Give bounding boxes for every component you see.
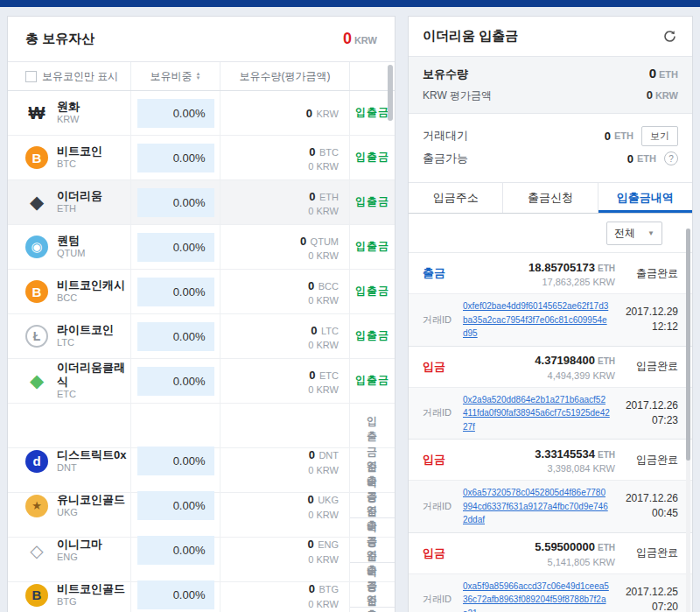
coin-row[interactable]: B 비트코인골드 BTG 0.00% 0 BTG 0 KRW 입출금 준비중	[8, 538, 395, 582]
show-held-only-filter[interactable]: 보유코인만 표시	[8, 62, 130, 90]
history-scrollbar-thumb[interactable]	[686, 229, 690, 461]
deposit-withdraw-link[interactable]: 입출금	[355, 328, 389, 343]
deposit-withdraw-link[interactable]: 입출금	[355, 239, 389, 254]
holding-ratio-input[interactable]: 0.00%	[137, 233, 214, 262]
coin-row[interactable]: M 머큐리 MER 0.00% 0 MER 0 KRW 입출금 준비중	[8, 582, 395, 612]
coin-row[interactable]: ₩ 원화 KRW 0.00% 0 KRW 입출금	[8, 91, 395, 136]
coin-row[interactable]: ◇ 이니그마 ENG 0.00% 0 ENG 0 KRW 입출금 준비중	[8, 493, 395, 538]
btc-icon: B	[25, 146, 48, 169]
total-asset-value: 0KRW	[343, 30, 377, 48]
deposit-withdraw-link[interactable]: 입출금	[355, 284, 389, 299]
txid-label: 거래ID	[423, 500, 463, 513]
show-held-only-checkbox[interactable]	[25, 71, 37, 82]
coin-row[interactable]: ◉ 퀀텀 QTUM 0.00% 0 QTUM 0 KRW 입출금	[8, 225, 395, 270]
amount-cell: 0 BCC 0 KRW	[220, 270, 349, 313]
holding-ratio-input[interactable]: 0.00%	[137, 144, 214, 172]
coin-name: 비트코인	[57, 144, 102, 158]
ratio-cell: 0.00%	[130, 582, 220, 612]
holdings-panel: 총 보유자산 0KRW 보유코인만 표시 보유비중 ▲▼ 보유수량(평가금액) …	[7, 16, 396, 612]
trade-pending-row: 거래대기 0ETH 보기	[423, 124, 678, 147]
amount-cell: 0 LTC 0 KRW	[220, 314, 349, 358]
coin-amount: 0 QTUM	[300, 231, 339, 250]
history-filter-bar: 전체 ▼	[409, 214, 692, 253]
coin-row[interactable]: ◆ 이더리움클래식 ETC 0.00% 0 ETC 0 KRW 입출금	[8, 359, 395, 404]
holding-ratio-input[interactable]: 0.00%	[137, 99, 214, 128]
transaction-id-row: 거래ID 0xa5f9a85966accd37c06e49d1ceea536c7…	[409, 574, 692, 612]
coin-cell: B 비트코인 BTC	[8, 136, 130, 179]
holdings-scrollbar-thumb[interactable]	[388, 65, 393, 121]
deposit-withdraw-link[interactable]: 입출금	[355, 150, 389, 165]
transaction-history-list: 출금 18.85705173ETH 17,863,285 KRW 출금완료 거래…	[409, 253, 692, 612]
txid-link[interactable]: 0xfef02bae4dd9f60145652ae62f17d3ba35a2ca…	[463, 299, 617, 341]
tab-입출금내역[interactable]: 입출금내역	[598, 183, 692, 213]
top-navbar	[0, 0, 700, 7]
eth-wallet-panel: 이더리움 입출금 보유수량 0ETH KRW 평가금액 0KRW	[408, 16, 693, 612]
view-button[interactable]: 보기	[641, 126, 678, 146]
coin-row[interactable]: d 디스트릭트0x DNT 0.00% 0 DNT 0 KRW 입출금 준비중	[8, 404, 395, 448]
tab-입금주소[interactable]: 입금주소	[409, 183, 502, 213]
deposit-withdraw-link[interactable]: 입출금	[355, 373, 389, 388]
holding-ratio-input[interactable]: 0.00%	[137, 278, 214, 306]
coin-symbol: LTC	[57, 337, 114, 349]
coin-krw-value: 0 KRW	[308, 160, 339, 173]
ratio-cell: 0.00%	[130, 136, 220, 179]
coin-symbol: ETH	[57, 203, 102, 215]
ratio-cell: 0.00%	[130, 91, 220, 135]
coin-row[interactable]: B 비트코인 BTC 0.00% 0 BTC 0 KRW 입출금	[8, 136, 395, 180]
history-scrollbar-track[interactable]	[686, 229, 690, 612]
coin-name: 라이트코인	[57, 323, 114, 337]
coin-symbol: ETC	[57, 389, 130, 401]
holding-ratio-input[interactable]: 0.00%	[137, 367, 214, 396]
coin-row[interactable]: B 비트코인캐시 BCC 0.00% 0 BCC 0 KRW 입출금	[8, 270, 395, 314]
withdrawable-row: 출금가능 0ETH ?	[423, 147, 678, 170]
deposit-withdraw-link: 입출금 준비중	[350, 582, 395, 612]
history-type-dropdown[interactable]: 전체 ▼	[606, 222, 662, 245]
txid-link[interactable]: 0x6a57320578c0452805d4f86e7780994cd6337f…	[463, 486, 617, 527]
holding-ratio-input[interactable]: 0.00%	[137, 188, 214, 217]
coin-row[interactable]: Ł 라이트코인 LTC 0.00% 0 LTC 0 KRW 입출금	[8, 314, 395, 359]
krw-icon: ₩	[25, 102, 48, 124]
coin-row[interactable]: ★ 유니코인골드 UKG 0.00% 0 UKG 0 KRW 입출금 준비중	[8, 448, 395, 493]
coin-cell: ₩ 원화 KRW	[8, 91, 130, 135]
column-header-ratio[interactable]: 보유비중 ▲▼	[130, 62, 220, 90]
transaction-id-row: 거래ID 0x6a57320578c0452805d4f86e7780994cd…	[409, 481, 692, 533]
transaction-status: 입금완료	[626, 453, 678, 468]
sort-icon: ▲▼	[196, 72, 201, 81]
refresh-icon[interactable]	[661, 28, 678, 46]
krw-valuation-value: 0KRW	[647, 87, 678, 102]
transaction-status: 입금완료	[626, 545, 678, 560]
transaction-status: 입금완료	[626, 359, 678, 374]
coin-symbol: BTC	[57, 158, 102, 171]
deposit-withdraw-link[interactable]: 입출금	[355, 194, 389, 209]
coin-amount: 0 BCC	[308, 276, 339, 295]
coin-row[interactable]: ◆ 이더리움 ETH 0.00% 0 ETH 0 KRW 입출금	[8, 180, 395, 225]
coin-amount: 0 ETH	[309, 186, 339, 206]
txid-link[interactable]: 0xa5f9a85966accd37c06e49d1ceea536c72afb8…	[463, 580, 617, 612]
transaction-row: 입금 3.33145534ETH 3,398,084 KRW 입금완료	[409, 440, 692, 481]
wallet-tabs: 입금주소출금신청입출금내역	[409, 183, 692, 214]
coin-symbol: QTUM	[57, 248, 85, 260]
help-icon[interactable]: ?	[664, 151, 678, 165]
eth-icon: ◆	[25, 191, 48, 214]
transaction-eth-amount: 18.85705173ETH	[468, 257, 615, 277]
txid-link[interactable]: 0x2a9a520dd864e2b1a271b6aacf52411fda0f90…	[463, 393, 617, 434]
column-header-amount: 보유수량(평가금액)	[220, 62, 349, 90]
chevron-down-icon: ▼	[648, 229, 654, 237]
action-cell: 입출금 준비중	[349, 582, 395, 612]
action-cell: 입출금	[349, 314, 395, 358]
page: 총 보유자산 0KRW 보유코인만 표시 보유비중 ▲▼ 보유수량(평가금액) …	[0, 0, 700, 612]
pending-section: 거래대기 0ETH 보기 출금가능 0ETH ?	[409, 114, 692, 183]
etc-icon: ◆	[25, 369, 48, 392]
holding-qty-value: 0ETH	[649, 66, 678, 81]
ratio-cell: 0.00%	[130, 270, 220, 313]
tab-출금신청[interactable]: 출금신청	[502, 183, 597, 213]
transaction-eth-amount: 5.59500000ETH	[468, 537, 615, 556]
deposit-withdraw-link[interactable]: 입출금	[355, 105, 389, 120]
action-cell: 입출금	[349, 225, 395, 269]
trade-pending-value: 0	[605, 130, 611, 143]
holding-ratio-input[interactable]: 0.00%	[137, 322, 214, 351]
krw-valuation-label: KRW 평가금액	[423, 88, 492, 103]
eth-balance-summary: 보유수량 0ETH KRW 평가금액 0KRW	[409, 57, 692, 114]
holdings-title: 총 보유자산	[25, 31, 94, 47]
txid-label: 거래ID	[423, 313, 463, 327]
